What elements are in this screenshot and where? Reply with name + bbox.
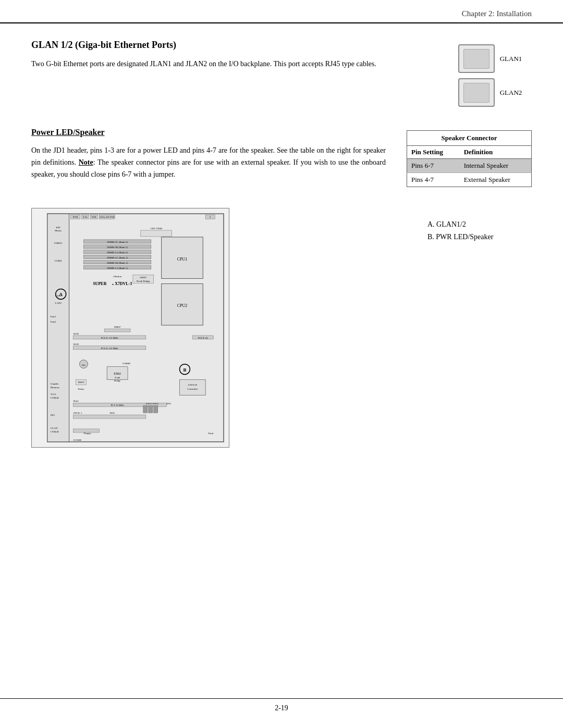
glan2-label: GLAN2 (500, 89, 522, 97)
svg-text:PCI 33 MHz: PCI 33 MHz (111, 404, 124, 406)
svg-text:JCOM2: JCOM2 (74, 439, 82, 441)
svg-rect-91 (74, 429, 100, 433)
svg-text:Memory: Memory (51, 386, 60, 389)
svg-text:North Bridge: North Bridge (137, 280, 151, 282)
svg-text:LAN2: LAN2 (55, 302, 62, 304)
svg-text:S: S (210, 216, 211, 218)
svg-text:JWOL: JWOL (109, 412, 115, 414)
main-content: GLAN 1/2 (Giga-bit Ethernet Ports) Two G… (0, 23, 563, 491)
svg-text:Graphic: Graphic (51, 382, 59, 385)
speaker-connector-table: Speaker Connector Pin Setting Definition… (407, 130, 532, 187)
glan2-port (458, 78, 495, 107)
svg-text:GLAN: GLAN (51, 427, 58, 429)
svg-text:ESB2: ESB2 (114, 372, 121, 375)
glan-title: GLAN 1/2 (Giga-bit Ethernet Ports) (31, 39, 427, 51)
svg-text:Batt: Batt (82, 364, 86, 366)
svg-text:CPU2: CPU2 (177, 303, 187, 308)
svg-text:JPWR: JPWR (72, 216, 78, 218)
svg-rect-82 (143, 405, 148, 413)
svg-text:X7DVL-3: X7DVL-3 (115, 281, 132, 286)
svg-rect-28 (141, 230, 172, 237)
svg-rect-55 (104, 329, 130, 332)
label-b: B. PWR LED/Speaker (427, 231, 532, 243)
diagram-labels: A. GLAN1/2 B. PWR LED/Speaker (427, 208, 532, 243)
svg-text:CPU1: CPU1 (177, 257, 187, 262)
svg-text:JWOL 5: JWOL 5 (74, 412, 82, 414)
col-pin-setting: Pin Setting (407, 146, 460, 159)
svg-text:24-Pin ATX PWR: 24-Pin ATX PWR (100, 216, 115, 218)
glan1-label: GLAN1 (500, 55, 522, 63)
svg-text:CPU VRM: CPU VRM (151, 227, 163, 230)
svg-text:KB/: KB/ (56, 226, 61, 229)
speaker-table-wrap: Speaker Connector Pin Setting Definition… (407, 128, 532, 187)
chapter-title: Chapter 2: Installation (462, 9, 532, 18)
speaker-row-2: Pins 4-7 External Speaker (407, 173, 532, 187)
power-body: On the JD1 header, pins 1-3 are for a po… (31, 144, 386, 180)
svg-text:B: B (183, 367, 186, 373)
glan-images: GLAN1 GLAN2 (448, 39, 532, 107)
diagram-wrap: KB/ Mouse USB0/1 COM1 LAN1 LAN2 Fan3 Fan… (31, 208, 407, 450)
page: Chapter 2: Installation GLAN 1/2 (Giga-b… (0, 0, 563, 728)
glan1-port-inner (463, 49, 489, 69)
glan1-port (458, 44, 495, 73)
svg-text:DIMM 1A (Bank 1): DIMM 1A (Bank 1) (107, 267, 128, 269)
svg-rect-83 (149, 405, 153, 413)
page-number: 2-19 (275, 704, 288, 712)
svg-rect-1 (47, 214, 69, 442)
svg-text:USB48: USB48 (123, 362, 130, 365)
svg-text:PCI-E x8: PCI-E x8 (198, 337, 208, 339)
svg-text:Controller: Controller (187, 388, 198, 390)
power-section-title: Power LED/Speaker (31, 128, 386, 137)
svg-text:●: ● (112, 283, 114, 286)
svg-text:BIOS: BIOS (78, 381, 84, 384)
glan-text: GLAN 1/2 (Giga-bit Ethernet Ports) Two G… (31, 39, 427, 107)
pins-6-7: Pins 6-7 (407, 159, 460, 173)
svg-text:Slot1: Slot1 (74, 400, 79, 402)
power-text: Power LED/Speaker On the JD1 header, pin… (31, 128, 386, 187)
svg-text:South: South (115, 376, 120, 379)
svg-text:COM1: COM1 (55, 260, 62, 262)
svg-text:DIMM 1B (Bank 1): DIMM 1B (Bank 1) (107, 262, 128, 264)
col-definition: Definition (460, 146, 532, 159)
svg-text:8-Pin: 8-Pin (83, 216, 88, 218)
svg-text:CTRLR: CTRLR (51, 430, 59, 433)
svg-text:Bridge: Bridge (114, 379, 120, 382)
svg-text:i-Button: i-Button (113, 275, 122, 278)
svg-text:Fan4: Fan4 (51, 320, 56, 323)
def-internal: Internal Speaker (460, 159, 532, 173)
glan-section: GLAN 1/2 (Giga-bit Ethernet Ports) Two G… (31, 39, 532, 107)
svg-text:SiGE: SiGE (74, 332, 79, 335)
svg-text:Mouse: Mouse (55, 229, 62, 232)
svg-text:Printer: Printer (78, 388, 84, 390)
svg-text:SIO: SIO (51, 414, 55, 416)
svg-text:SUPER: SUPER (93, 281, 106, 286)
svg-text:DIMM 1C (Bank 1): DIMM 1C (Bank 1) (107, 256, 128, 259)
svg-text:DIMM 2B (Bank 2): DIMM 2B (Bank 2) (107, 246, 128, 249)
page-header: Chapter 2: Installation (0, 0, 563, 23)
svg-text:DIMM 2C (Bank 2): DIMM 2C (Bank 2) (107, 241, 128, 243)
glan1-wrap: GLAN1 (458, 44, 522, 73)
svg-text:DS1: DS1 (167, 402, 172, 405)
svg-text:PCI-X 133 MHz: PCI-X 133 MHz (101, 347, 119, 350)
power-section: Power LED/Speaker On the JD1 header, pin… (31, 128, 532, 187)
glan2-port-inner (463, 83, 489, 103)
label-a: A. GLAN1/2 (427, 218, 532, 231)
speaker-table-title: Speaker Connector (407, 131, 532, 146)
svg-text:VGA: VGA (51, 393, 56, 396)
speaker-table-col-header: Pin Setting Definition (407, 146, 532, 159)
glan-body: Two G-bit Ethernet ports are designated … (31, 58, 427, 70)
svg-text:USB0/1: USB0/1 (54, 242, 63, 244)
svg-text:PCI-X 133 MHz: PCI-X 133 MHz (101, 337, 119, 339)
svg-text:DIMM 2A (Bank 2): DIMM 2A (Bank 2) (107, 251, 128, 254)
svg-rect-86 (74, 415, 146, 418)
svg-text:PWR: PWR (92, 216, 96, 218)
svg-text:SiGE: SiGE (74, 343, 79, 346)
page-footer: 2-19 (0, 698, 563, 712)
svg-rect-84 (154, 405, 158, 413)
svg-text:A: A (59, 292, 63, 297)
pins-4-7: Pins 4-7 (407, 173, 460, 187)
diagram-section: KB/ Mouse USB0/1 COM1 LAN1 LAN2 Fan3 Fan… (31, 208, 532, 450)
power-note-bold: Note (79, 158, 93, 166)
speaker-row-1: Pins 6-7 Internal Speaker (407, 159, 532, 173)
svg-text:LSI/SAS: LSI/SAS (188, 384, 197, 386)
